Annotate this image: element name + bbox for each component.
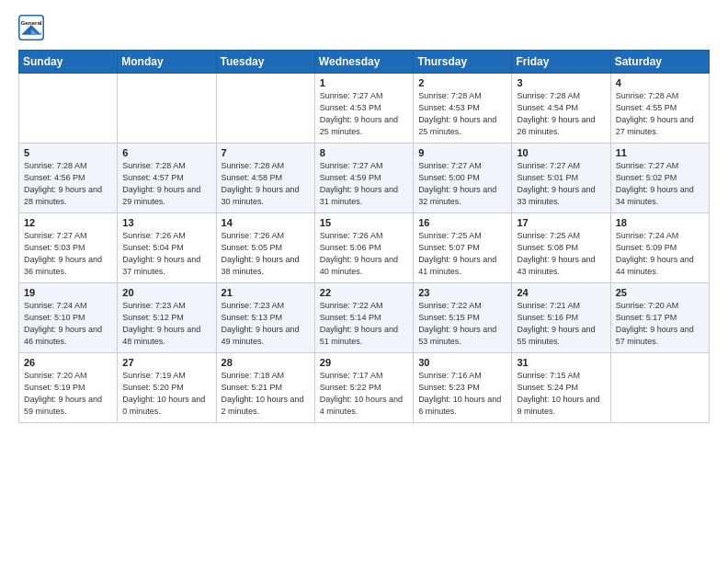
day-info: Sunrise: 7:18 AMSunset: 5:21 PMDaylight:… — [222, 370, 310, 418]
day-number: 23 — [418, 287, 506, 298]
calendar-cell: 2Sunrise: 7:28 AMSunset: 4:53 PMDaylight… — [414, 74, 512, 144]
day-info: Sunrise: 7:23 AMSunset: 5:13 PMDaylight:… — [222, 300, 310, 348]
day-number: 31 — [517, 357, 605, 368]
calendar-cell — [610, 353, 709, 423]
day-number: 19 — [24, 287, 112, 298]
calendar-cell: 18Sunrise: 7:24 AMSunset: 5:09 PMDayligh… — [610, 213, 709, 283]
logo: General — [18, 15, 48, 40]
calendar-cell: 14Sunrise: 7:26 AMSunset: 5:05 PMDayligh… — [216, 213, 314, 283]
calendar-week-row: 1Sunrise: 7:27 AMSunset: 4:53 PMDaylight… — [19, 74, 710, 144]
day-number: 9 — [418, 147, 506, 158]
day-number: 28 — [222, 357, 310, 368]
day-number: 6 — [122, 147, 210, 158]
calendar-cell: 30Sunrise: 7:16 AMSunset: 5:23 PMDayligh… — [414, 353, 512, 423]
calendar-cell: 10Sunrise: 7:27 AMSunset: 5:01 PMDayligh… — [512, 144, 610, 213]
weekday-header: Tuesday — [216, 51, 314, 74]
calendar-week-row: 19Sunrise: 7:24 AMSunset: 5:10 PMDayligh… — [19, 283, 710, 353]
day-number: 15 — [320, 217, 408, 228]
day-number: 29 — [320, 357, 408, 368]
day-info: Sunrise: 7:15 AMSunset: 5:24 PMDaylight:… — [517, 370, 605, 418]
day-info: Sunrise: 7:19 AMSunset: 5:20 PMDaylight:… — [122, 370, 210, 418]
day-info: Sunrise: 7:24 AMSunset: 5:10 PMDaylight:… — [24, 300, 112, 348]
weekday-header: Friday — [512, 51, 610, 74]
day-number: 16 — [418, 217, 506, 228]
calendar-cell: 17Sunrise: 7:25 AMSunset: 5:08 PMDayligh… — [512, 213, 610, 283]
calendar-week-row: 26Sunrise: 7:20 AMSunset: 5:19 PMDayligh… — [19, 353, 710, 423]
day-number: 17 — [517, 217, 605, 228]
day-number: 12 — [24, 217, 112, 228]
calendar-cell: 4Sunrise: 7:28 AMSunset: 4:55 PMDaylight… — [610, 74, 709, 144]
day-number: 21 — [222, 287, 310, 298]
calendar-cell: 26Sunrise: 7:20 AMSunset: 5:19 PMDayligh… — [19, 353, 118, 423]
day-info: Sunrise: 7:26 AMSunset: 5:05 PMDaylight:… — [222, 230, 310, 278]
day-info: Sunrise: 7:27 AMSunset: 5:03 PMDaylight:… — [24, 230, 112, 278]
calendar-cell: 7Sunrise: 7:28 AMSunset: 4:58 PMDaylight… — [216, 144, 314, 213]
day-info: Sunrise: 7:28 AMSunset: 4:57 PMDaylight:… — [122, 160, 210, 208]
weekday-header: Monday — [118, 51, 216, 74]
day-number: 26 — [24, 357, 112, 368]
day-info: Sunrise: 7:28 AMSunset: 4:58 PMDaylight:… — [222, 160, 310, 208]
calendar-week-row: 5Sunrise: 7:28 AMSunset: 4:56 PMDaylight… — [19, 144, 710, 213]
calendar-cell: 21Sunrise: 7:23 AMSunset: 5:13 PMDayligh… — [216, 283, 314, 353]
calendar-cell: 13Sunrise: 7:26 AMSunset: 5:04 PMDayligh… — [118, 213, 216, 283]
day-info: Sunrise: 7:23 AMSunset: 5:12 PMDaylight:… — [122, 300, 210, 348]
day-info: Sunrise: 7:27 AMSunset: 5:00 PMDaylight:… — [418, 160, 506, 208]
calendar-cell: 9Sunrise: 7:27 AMSunset: 5:00 PMDaylight… — [414, 144, 512, 213]
calendar-cell: 11Sunrise: 7:27 AMSunset: 5:02 PMDayligh… — [610, 144, 709, 213]
day-number: 14 — [222, 217, 310, 228]
day-number: 10 — [517, 147, 605, 158]
day-number: 4 — [616, 77, 704, 88]
calendar-cell: 1Sunrise: 7:27 AMSunset: 4:53 PMDaylight… — [314, 74, 413, 144]
day-info: Sunrise: 7:28 AMSunset: 4:56 PMDaylight:… — [24, 160, 112, 208]
day-number: 27 — [122, 357, 210, 368]
day-number: 8 — [320, 147, 408, 158]
day-number: 22 — [320, 287, 408, 298]
header: General — [18, 15, 710, 40]
calendar-cell: 5Sunrise: 7:28 AMSunset: 4:56 PMDaylight… — [19, 144, 118, 213]
day-number: 25 — [616, 287, 704, 298]
day-info: Sunrise: 7:24 AMSunset: 5:09 PMDaylight:… — [616, 230, 704, 278]
calendar-cell: 24Sunrise: 7:21 AMSunset: 5:16 PMDayligh… — [512, 283, 610, 353]
calendar-cell — [118, 74, 216, 144]
day-number: 7 — [222, 147, 310, 158]
calendar-cell: 19Sunrise: 7:24 AMSunset: 5:10 PMDayligh… — [19, 283, 118, 353]
day-number: 30 — [418, 357, 506, 368]
calendar-cell: 16Sunrise: 7:25 AMSunset: 5:07 PMDayligh… — [414, 213, 512, 283]
weekday-header: Thursday — [414, 51, 512, 74]
calendar-cell: 15Sunrise: 7:26 AMSunset: 5:06 PMDayligh… — [314, 213, 413, 283]
day-info: Sunrise: 7:28 AMSunset: 4:53 PMDaylight:… — [418, 90, 506, 138]
day-info: Sunrise: 7:25 AMSunset: 5:08 PMDaylight:… — [517, 230, 605, 278]
calendar-cell — [216, 74, 314, 144]
day-number: 20 — [122, 287, 210, 298]
calendar-cell: 8Sunrise: 7:27 AMSunset: 4:59 PMDaylight… — [314, 144, 413, 213]
day-info: Sunrise: 7:17 AMSunset: 5:22 PMDaylight:… — [320, 370, 408, 418]
day-info: Sunrise: 7:22 AMSunset: 5:14 PMDaylight:… — [320, 300, 408, 348]
day-info: Sunrise: 7:26 AMSunset: 5:04 PMDaylight:… — [122, 230, 210, 278]
calendar-table: SundayMondayTuesdayWednesdayThursdayFrid… — [18, 50, 710, 423]
calendar-cell: 25Sunrise: 7:20 AMSunset: 5:17 PMDayligh… — [610, 283, 709, 353]
day-info: Sunrise: 7:25 AMSunset: 5:07 PMDaylight:… — [418, 230, 506, 278]
day-info: Sunrise: 7:27 AMSunset: 5:02 PMDaylight:… — [616, 160, 704, 208]
day-info: Sunrise: 7:20 AMSunset: 5:17 PMDaylight:… — [616, 300, 704, 348]
calendar-cell: 3Sunrise: 7:28 AMSunset: 4:54 PMDaylight… — [512, 74, 610, 144]
calendar-week-row: 12Sunrise: 7:27 AMSunset: 5:03 PMDayligh… — [19, 213, 710, 283]
day-info: Sunrise: 7:28 AMSunset: 4:54 PMDaylight:… — [517, 90, 605, 138]
day-info: Sunrise: 7:28 AMSunset: 4:55 PMDaylight:… — [616, 90, 704, 138]
weekday-header: Sunday — [19, 51, 118, 74]
logo-icon: General — [18, 15, 44, 40]
day-number: 2 — [418, 77, 506, 88]
day-number: 24 — [517, 287, 605, 298]
calendar-cell: 31Sunrise: 7:15 AMSunset: 5:24 PMDayligh… — [512, 353, 610, 423]
calendar-cell: 6Sunrise: 7:28 AMSunset: 4:57 PMDaylight… — [118, 144, 216, 213]
day-info: Sunrise: 7:27 AMSunset: 4:53 PMDaylight:… — [320, 90, 408, 138]
day-info: Sunrise: 7:21 AMSunset: 5:16 PMDaylight:… — [517, 300, 605, 348]
weekday-header: Wednesday — [314, 51, 413, 74]
calendar-cell: 27Sunrise: 7:19 AMSunset: 5:20 PMDayligh… — [118, 353, 216, 423]
day-number: 3 — [517, 77, 605, 88]
weekday-header: Saturday — [610, 51, 709, 74]
day-info: Sunrise: 7:27 AMSunset: 4:59 PMDaylight:… — [320, 160, 408, 208]
calendar-cell: 28Sunrise: 7:18 AMSunset: 5:21 PMDayligh… — [216, 353, 314, 423]
calendar-cell: 29Sunrise: 7:17 AMSunset: 5:22 PMDayligh… — [314, 353, 413, 423]
day-info: Sunrise: 7:27 AMSunset: 5:01 PMDaylight:… — [517, 160, 605, 208]
day-number: 5 — [24, 147, 112, 158]
